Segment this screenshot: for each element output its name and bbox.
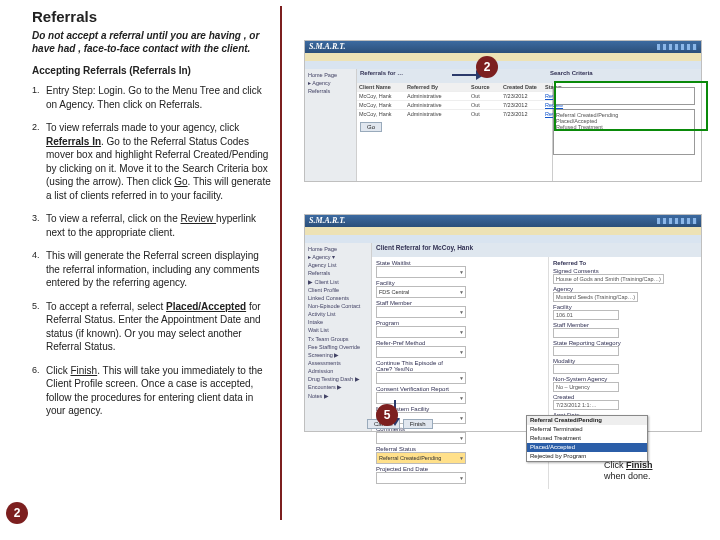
field-input[interactable] xyxy=(376,306,466,318)
form-row: Created7/23/2012 1:1:… xyxy=(553,394,697,410)
sidebar-item[interactable]: Home Page xyxy=(308,72,353,79)
app-brand: S.M.A.R.T. xyxy=(309,215,345,227)
step: 5.To accept a referral, select Placed/Ac… xyxy=(32,300,272,354)
form-row: Staff Member xyxy=(553,322,697,338)
step: 4.This will generate the Referral screen… xyxy=(32,249,272,290)
field-value[interactable]: 7/23/2012 1:1:… xyxy=(553,400,619,410)
sidebar-item[interactable]: Wait List xyxy=(308,327,368,334)
vertical-divider xyxy=(280,6,282,520)
form-left-column: State WaitlistFacilityFDS CentralStaff M… xyxy=(372,257,548,489)
sidebar-item[interactable]: Agency List xyxy=(308,262,368,269)
step-text: Entry Step: Login. Go to the Menu Tree a… xyxy=(46,84,272,111)
screenshot-referrals-in: S.M.A.R.T. Home Page▸ AgencyReferrals Re… xyxy=(304,40,702,182)
step-number: 4. xyxy=(32,249,46,290)
app-title-bar: S.M.A.R.T. xyxy=(305,41,701,53)
referral-table: Client NameReferred BySourceCreated Date… xyxy=(357,83,552,118)
step-number: 1. xyxy=(32,84,46,111)
sidebar-item[interactable]: ▸ Agency ▾ xyxy=(308,254,368,261)
form-row: Refer-Pref Method xyxy=(376,340,544,358)
app-brand: S.M.A.R.T. xyxy=(309,41,345,53)
form-row: AgencyMustard Seeds (Training/Cap…) xyxy=(553,286,697,302)
steps-list: 1.Entry Step: Login. Go to the Menu Tree… xyxy=(32,84,272,428)
form-row: Continue This Episode of Care? Yes/No xyxy=(376,360,544,384)
sidebar-item[interactable]: Fee Staffing Override xyxy=(308,344,368,351)
table-row: McCoy, HankAdministrativeOut7/23/2012Rev… xyxy=(357,109,552,118)
form-row: Projected End Date xyxy=(376,466,544,484)
status-codes-mover[interactable]: Referral Created/PendingPlaced/AcceptedR… xyxy=(553,109,695,155)
sidebar-item[interactable]: Referrals xyxy=(308,88,353,95)
sidebar-item[interactable]: Tx Team Groups xyxy=(308,336,368,343)
sidebar-item[interactable]: ▸ Agency xyxy=(308,80,353,87)
page-title: Referrals xyxy=(32,8,97,25)
brand-spark-icon xyxy=(657,218,697,224)
toolbar-strip xyxy=(305,227,701,235)
table-row: McCoy, HankAdministrativeOut7/23/2012Rev… xyxy=(357,100,552,109)
dropdown-option[interactable]: Refused Treatment xyxy=(527,434,647,443)
field-value[interactable] xyxy=(553,346,619,356)
field-input[interactable]: Referral Created/Pending xyxy=(376,452,466,464)
referral-status-dropdown-open[interactable]: Referral Created/PendingReferral Termina… xyxy=(526,415,648,462)
callout-badge-2: 2 xyxy=(476,56,498,78)
form-row: Facility106.01 xyxy=(553,304,697,320)
menu-tree[interactable]: Home Page▸ AgencyReferrals xyxy=(305,69,357,181)
sidebar-item[interactable]: Intake xyxy=(308,319,368,326)
dropdown-option[interactable]: Referral Terminated xyxy=(527,425,647,434)
go-button[interactable]: Go xyxy=(360,122,382,132)
form-row: State Reporting Category xyxy=(553,340,697,356)
form-row: Program xyxy=(376,320,544,338)
step-number: 5. xyxy=(32,300,46,354)
field-value[interactable]: Mustard Seeds (Training/Cap…) xyxy=(553,292,638,302)
field-value[interactable]: House of Gods and Smith (Training/Cap…) xyxy=(553,274,664,284)
sidebar-item[interactable]: Assessments xyxy=(308,360,368,367)
step: 6.Click Finish. This will take you immed… xyxy=(32,364,272,418)
sidebar-item[interactable]: Notes ▶ xyxy=(308,393,368,400)
form-row: FacilityFDS Central xyxy=(376,280,544,298)
sidebar-item[interactable]: Encounters ▶ xyxy=(308,384,368,391)
page-number-badge: 2 xyxy=(6,502,28,524)
menu-tree[interactable]: Home Page▸ Agency ▾ Agency List Referral… xyxy=(305,243,372,431)
sidebar-item[interactable]: ▶ Client List xyxy=(308,279,368,286)
arrow-to-status-dropdown xyxy=(394,400,440,426)
brand-spark-icon xyxy=(657,44,697,50)
dropdown-option[interactable]: Placed/Accepted xyxy=(527,443,647,452)
form-row: Referral StatusReferral Created/Pending xyxy=(376,446,544,464)
field-label: Continue This Episode of Care? Yes/No xyxy=(376,360,458,372)
field-input[interactable] xyxy=(376,372,466,384)
step-number: 2. xyxy=(32,121,46,202)
step-number: 6. xyxy=(32,364,46,418)
field-input[interactable] xyxy=(376,326,466,338)
form-row: Signed ConsentsHouse of Gods and Smith (… xyxy=(553,268,697,284)
step-text: To view referrals made to your agency, c… xyxy=(46,121,272,202)
field-value[interactable] xyxy=(553,328,619,338)
form-heading: Client Referral for McCoy, Hank xyxy=(372,243,701,257)
sidebar-item[interactable]: Home Page xyxy=(308,246,368,253)
sidebar-item[interactable]: Admission xyxy=(308,368,368,375)
search-criteria-heading: Search Criteria xyxy=(547,69,701,83)
screenshot-referral-form: S.M.A.R.T. Home Page▸ Agency ▾ Agency Li… xyxy=(304,214,702,432)
app-title-bar: S.M.A.R.T. xyxy=(305,215,701,227)
breadcrumb-strip xyxy=(305,235,701,243)
field-input[interactable]: FDS Central xyxy=(376,286,466,298)
field-value[interactable] xyxy=(553,364,619,374)
field-input[interactable] xyxy=(376,432,466,444)
dropdown-current: Referral Created/Pending xyxy=(527,416,647,425)
form-row: Staff Member xyxy=(376,300,544,318)
sidebar-item[interactable]: Activity List xyxy=(308,311,368,318)
sidebar-item[interactable]: Linked Consents xyxy=(308,295,368,302)
sidebar-item[interactable]: Screening ▶ xyxy=(308,352,368,359)
field-input[interactable] xyxy=(376,346,466,358)
field-input[interactable] xyxy=(376,472,466,484)
sidebar-item[interactable]: Referrals xyxy=(308,270,368,277)
field-value[interactable]: No – Urgency xyxy=(553,382,619,392)
form-row: Modality xyxy=(553,358,697,374)
field-value[interactable]: 106.01 xyxy=(553,310,619,320)
sidebar-item[interactable]: Non-Episode Contact xyxy=(308,303,368,310)
sidebar-item[interactable]: Client Profile xyxy=(308,287,368,294)
status-code-option[interactable]: Refused Treatment xyxy=(556,124,692,130)
step-text: This will generate the Referral screen d… xyxy=(46,249,272,290)
field-input[interactable] xyxy=(376,266,466,278)
search-criteria-slot[interactable] xyxy=(553,87,695,105)
sidebar-item[interactable]: Drug Testing Dash ▶ xyxy=(308,376,368,383)
referred-to-heading: Referred To xyxy=(553,260,697,266)
step-text: Click Finish. This will take you immedia… xyxy=(46,364,272,418)
